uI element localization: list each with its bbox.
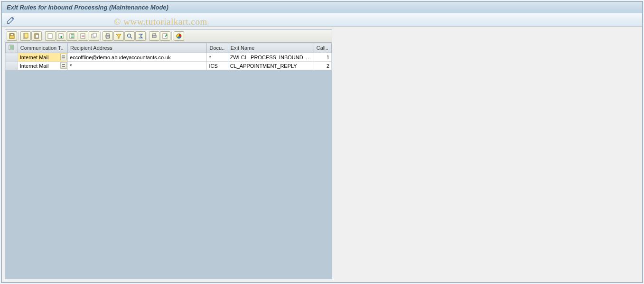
sap-window: Exit Rules for Inbound Processing (Maint… — [1, 1, 643, 283]
export-button[interactable] — [149, 31, 159, 41]
grid-scroll-area[interactable]: Communication T.. Recipient Address Docu… — [5, 43, 332, 279]
cell-call-seq[interactable]: 1 — [314, 53, 331, 62]
svg-point-15 — [128, 34, 131, 37]
filter-button[interactable] — [113, 31, 124, 41]
cell-recipient[interactable]: * — [68, 62, 207, 70]
cell-comm-type[interactable]: Internet Mail — [18, 53, 67, 62]
separator — [43, 32, 44, 40]
content-area: Communication T.. Recipient Address Docu… — [2, 27, 642, 282]
paste-button[interactable] — [31, 31, 42, 41]
svg-rect-21 — [62, 55, 65, 56]
insert-row-button[interactable] — [67, 31, 77, 41]
save-button[interactable] — [7, 31, 17, 41]
svg-rect-5 — [36, 35, 38, 38]
table-row[interactable]: Internet Maileccoffline@demo.abudeyaccou… — [6, 53, 332, 62]
append-row-button[interactable] — [56, 31, 66, 41]
separator — [18, 32, 19, 40]
svg-rect-16 — [152, 35, 156, 37]
col-header-comm-type[interactable]: Communication T.. — [18, 43, 67, 53]
svg-rect-23 — [62, 64, 65, 65]
cell-comm-type[interactable]: Internet Mail — [18, 62, 67, 70]
svg-rect-22 — [62, 57, 65, 58]
select-all-icon[interactable] — [8, 44, 15, 51]
grid-toolbar — [5, 30, 332, 43]
new-row-button[interactable] — [45, 31, 56, 41]
window-title: Exit Rules for Inbound Processing (Maint… — [7, 4, 168, 11]
delete-row-button[interactable] — [78, 31, 88, 41]
cell-document[interactable]: ICS — [207, 62, 228, 70]
title-bar: Exit Rules for Inbound Processing (Maint… — [2, 2, 642, 13]
cell-exit-name[interactable]: CL_APPOINTMENT_REPLY — [228, 62, 314, 70]
cell-document[interactable]: * — [207, 53, 228, 62]
svg-rect-11 — [93, 33, 96, 37]
layout-button[interactable] — [160, 31, 170, 41]
row-selector[interactable] — [6, 62, 18, 70]
svg-rect-20 — [9, 45, 13, 50]
find-button[interactable] — [124, 31, 135, 41]
graph-button[interactable] — [174, 31, 184, 41]
separator — [147, 32, 148, 40]
svg-rect-14 — [106, 37, 109, 38]
table-row[interactable]: Internet Mail*ICSCL_APPOINTMENT_REPLY2 — [6, 62, 332, 70]
copy-row-button[interactable] — [89, 31, 99, 41]
separator — [100, 32, 102, 40]
cell-recipient[interactable]: eccoffline@demo.abudeyaccountants.co.uk — [68, 53, 207, 62]
svg-rect-1 — [10, 34, 13, 36]
col-header-document[interactable]: Docu.. — [207, 43, 228, 53]
corner-cell[interactable] — [6, 43, 18, 53]
header-row: Communication T.. Recipient Address Docu… — [6, 43, 332, 53]
separator — [171, 32, 173, 40]
svg-rect-3 — [24, 33, 28, 38]
svg-rect-17 — [153, 34, 156, 35]
svg-rect-24 — [62, 66, 65, 67]
col-header-recipient[interactable]: Recipient Address — [68, 43, 207, 53]
alv-grid-panel: Communication T.. Recipient Address Docu… — [5, 29, 332, 279]
dropdown-icon[interactable] — [60, 54, 67, 60]
cell-call-seq[interactable]: 2 — [314, 62, 331, 70]
cell-exit-name[interactable]: ZWLCL_PROCESS_INBOUND_.. — [228, 53, 314, 62]
row-selector[interactable] — [6, 53, 18, 62]
svg-rect-6 — [48, 34, 52, 38]
col-header-call-seq[interactable]: Call.. — [314, 43, 331, 53]
print-button[interactable] — [103, 31, 113, 41]
sum-button[interactable] — [135, 31, 146, 41]
dropdown-icon[interactable] — [60, 62, 67, 69]
col-header-exit-name[interactable]: Exit Name — [228, 43, 314, 53]
check-button[interactable] — [20, 31, 31, 41]
application-toolbar — [2, 13, 642, 27]
svg-rect-13 — [106, 34, 109, 35]
edit-pencil-icon[interactable] — [6, 16, 16, 24]
data-grid: Communication T.. Recipient Address Docu… — [5, 43, 332, 70]
